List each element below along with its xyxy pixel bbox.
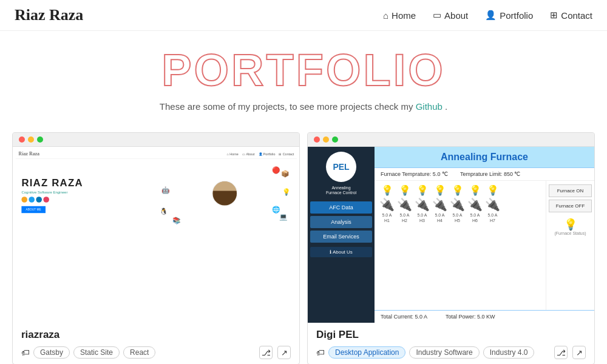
- p2-menu-about[interactable]: ℹ About Us: [310, 247, 372, 257]
- p2-heater-h6: 💡 🔌 5.0 A H6: [467, 184, 483, 306]
- tag-icon-1: 🏷: [21, 348, 30, 357]
- project-screenshot-1: Riaz Raza ⌂ Home ▭ About 👤 Portfolio ⊞ C…: [13, 147, 299, 323]
- p2-furnace-on-btn[interactable]: Furnace ON: [549, 184, 592, 197]
- external-icon-1: ↗: [281, 348, 288, 357]
- heater-label-h3: H3: [419, 218, 425, 223]
- p2-screenshot: PEL AnnealingFurnace Control AFC Data An…: [308, 147, 594, 323]
- tag-react[interactable]: React: [123, 346, 155, 359]
- nav-links: ⌂ Home ▭ About 👤 Portfolio ⊞ Contact: [383, 10, 592, 21]
- tag-desktop-app[interactable]: Desktop Application: [328, 346, 405, 359]
- p1-icon-robot: 🤖: [161, 186, 169, 194]
- p2-furnace-temp: Furnace Temprature: 5.0 ℃: [381, 171, 448, 177]
- p1-icon-bulb: 💡: [282, 188, 290, 196]
- heater-bulb-h1: 💡: [381, 184, 393, 196]
- tag-industry-40[interactable]: Industry 4.0: [483, 346, 535, 359]
- browser-dot-red-2: [314, 136, 320, 143]
- p1-about-btn[interactable]: ABOUT ME: [21, 206, 45, 213]
- p2-heater-h4: 💡 🔌 5.0 A H4: [432, 184, 447, 306]
- external-btn-2[interactable]: ↗: [572, 346, 586, 359]
- brand[interactable]: Riaz Raza: [15, 6, 83, 24]
- heater-label-h7: H7: [490, 218, 495, 223]
- project-name-1: riazraza: [21, 329, 291, 341]
- p2-heater-h3: 💡 🔌 5.0 A H3: [415, 184, 430, 306]
- p2-info-bar: Furnace Temprature: 5.0 ℃ Temprature Lim…: [375, 168, 594, 181]
- portfolio-section: PORTFOLIO These are some of my projects,…: [0, 31, 607, 121]
- p1-hero: RIAZ RAZA Cognitive Software Engineer AB…: [16, 159, 297, 232]
- p1-icon-book: 📚: [172, 217, 180, 224]
- tag-icon-2: 🏷: [316, 348, 325, 357]
- heater-bulb-h3: 💡: [416, 184, 429, 196]
- heater-bulb-h2: 💡: [399, 184, 411, 196]
- p1-inner: Riaz Raza ⌂ Home ▭ About 👤 Portfolio ⊞ C…: [13, 147, 299, 323]
- project-info-2: Digi PEL 🏷 Desktop Application Industry …: [308, 323, 594, 364]
- heater-current-h1: 5.0 A: [382, 213, 392, 217]
- p2-main: Annealing Furnace Furnace Temprature: 5.…: [375, 147, 594, 323]
- p1-icon-linux: 🐧: [160, 207, 168, 215]
- p1-icon-package: 📦: [281, 170, 289, 178]
- nav-contact[interactable]: ⊞ Contact: [550, 10, 592, 21]
- tags-right-1: ⎇ ↗: [259, 346, 291, 359]
- p1-nav: Riaz Raza ⌂ Home ▭ About 👤 Portfolio ⊞ C…: [16, 150, 297, 159]
- project-card-riazraza: Riaz Raza ⌂ Home ▭ About 👤 Portfolio ⊞ C…: [12, 132, 300, 364]
- heater-label-h6: H6: [472, 218, 478, 223]
- tags-left-2: 🏷 Desktop Application Industry Software …: [316, 346, 534, 359]
- p2-sidebar: PEL AnnealingFurnace Control AFC Data An…: [308, 147, 375, 323]
- browser-bar-2: [308, 133, 594, 147]
- github-btn-1[interactable]: ⎇: [259, 346, 273, 359]
- browser-dot-yellow-2: [323, 136, 329, 143]
- external-btn-1[interactable]: ↗: [277, 346, 291, 359]
- p2-content-area: 💡 🔌 5.0 A H1 💡 🔌 5.0 A H2: [375, 181, 594, 310]
- project-tags-2: 🏷 Desktop Application Industry Software …: [316, 346, 586, 359]
- heater-current-h6: 5.0 A: [470, 213, 480, 217]
- project-name-2: Digi PEL: [316, 329, 586, 341]
- p2-footer-bar: Total Current: 5.0 A Total Power: 5.0 KW: [375, 310, 594, 323]
- tag-gatsby[interactable]: Gatsby: [33, 346, 70, 359]
- p2-total-power: Total Power: 5.0 KW: [446, 314, 495, 320]
- nav-about[interactable]: ▭ About: [433, 10, 468, 21]
- p1-icon-soundcloud: 🔴: [272, 166, 280, 174]
- contact-icon: ⊞: [550, 10, 558, 21]
- p2-logo-sub: AnnealingFurnace Control: [326, 186, 356, 196]
- github-icon-2: ⎇: [557, 348, 566, 357]
- p2-logo-area: PEL: [326, 152, 356, 182]
- p2-temp-limit: Temprature Limit: 850 ℃: [460, 171, 521, 177]
- heater-coil-h1: 🔌: [379, 197, 395, 212]
- heater-current-h3: 5.0 A: [418, 213, 427, 217]
- p2-menu-analysis[interactable]: Analysis: [310, 216, 372, 228]
- heater-current-h2: 5.0 A: [400, 213, 410, 217]
- p2-heaters: 💡 🔌 5.0 A H1 💡 🔌 5.0 A H2: [375, 181, 546, 310]
- p2-menu-afc[interactable]: AFC Data: [310, 201, 372, 214]
- heater-coil-h4: 🔌: [432, 197, 447, 212]
- heater-label-h5: H5: [455, 218, 460, 223]
- p1-icon-neural: 🌐: [272, 206, 280, 214]
- p2-furnace-off-btn[interactable]: Furnace OFF: [549, 200, 592, 212]
- p2-logo-text: PEL: [333, 162, 349, 172]
- github-icon-1: ⎇: [262, 348, 271, 357]
- tag-static-site[interactable]: Static Site: [73, 346, 120, 359]
- heater-bulb-h4: 💡: [434, 184, 446, 196]
- social-icon-2: [29, 197, 35, 203]
- tag-industry-software[interactable]: Industry Software: [409, 346, 479, 359]
- heater-current-h4: 5.0 A: [435, 213, 445, 217]
- p2-header: Annealing Furnace: [375, 147, 594, 168]
- external-icon-2: ↗: [576, 348, 583, 357]
- github-link[interactable]: Github: [416, 101, 443, 112]
- github-btn-2[interactable]: ⎇: [554, 346, 568, 359]
- p1-brand: Riaz Raza: [19, 151, 39, 157]
- p1-hero-graphic: 🔴 📦 🤖 💡 🐧 💻 🌐 📚: [158, 166, 291, 224]
- social-icon-1: [21, 197, 27, 203]
- social-icon-4: [43, 197, 49, 203]
- nav-home[interactable]: ⌂ Home: [383, 10, 416, 21]
- p2-menu-email[interactable]: Email Services: [310, 231, 372, 243]
- project-tags-1: 🏷 Gatsby Static Site React ⎇ ↗: [21, 346, 291, 359]
- browser-dot-green-2: [332, 136, 338, 143]
- heater-coil-h7: 🔌: [485, 197, 500, 212]
- about-icon: ▭: [433, 10, 441, 21]
- social-icon-3: [36, 197, 42, 203]
- p2-heater-h7: 💡 🔌 5.0 A H7: [485, 184, 500, 306]
- navbar: Riaz Raza ⌂ Home ▭ About 👤 Portfolio ⊞ C…: [0, 0, 607, 31]
- heater-bulb-h6: 💡: [469, 184, 481, 196]
- browser-dot-red: [19, 136, 25, 143]
- portfolio-icon: 👤: [485, 10, 497, 21]
- nav-portfolio[interactable]: 👤 Portfolio: [485, 10, 533, 21]
